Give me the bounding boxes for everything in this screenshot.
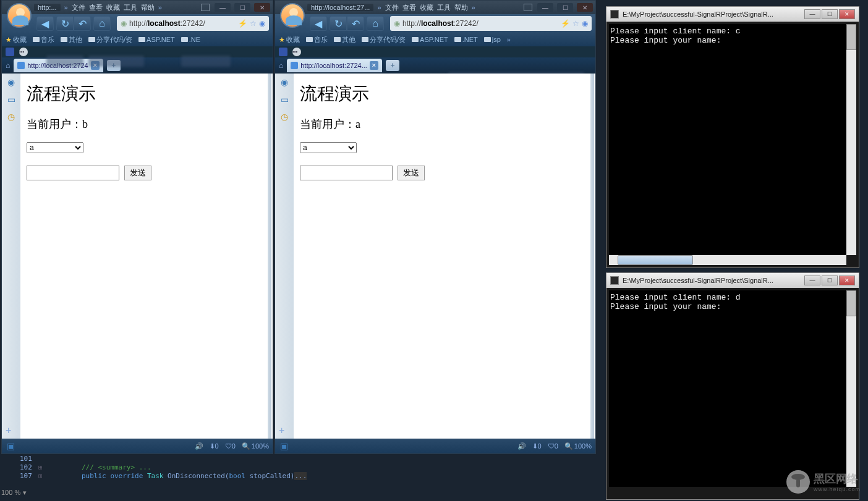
chevron-right-icon[interactable]: » (158, 4, 162, 11)
gear-icon[interactable]: ◉ (259, 19, 265, 28)
bookmark-jsp[interactable]: jsp (484, 36, 501, 43)
address-bar[interactable]: ◉ http://localhost:27242/ ⚡ ☆ ◉ (390, 16, 592, 31)
add-panel-icon[interactable]: + (279, 425, 284, 436)
new-tab-button[interactable]: + (386, 60, 399, 71)
send-button[interactable]: 发送 (124, 166, 151, 180)
undo-button[interactable]: ↶ (347, 16, 364, 31)
bookmark-net[interactable]: .NET (454, 36, 478, 43)
maximize-button[interactable]: ☐ (822, 276, 838, 285)
scrollbar[interactable] (590, 74, 594, 439)
user-select[interactable]: a (27, 142, 83, 153)
avatar-icon[interactable] (280, 3, 305, 28)
add-panel-icon[interactable]: + (6, 425, 11, 436)
zoom-label[interactable]: 🔍100% (564, 442, 592, 450)
zoom-label[interactable]: 🔍100% (242, 442, 269, 450)
close-button[interactable]: ✕ (577, 3, 593, 12)
minimize-button[interactable]: — (804, 9, 820, 19)
phone-icon[interactable]: ▭ (279, 95, 289, 104)
bookmark-net[interactable]: .NE (181, 36, 200, 43)
bookmark-music[interactable]: 音乐 (306, 35, 328, 44)
close-button[interactable]: ✕ (254, 3, 270, 12)
star-icon[interactable]: ☆ (250, 19, 257, 28)
user-select[interactable]: a (300, 142, 357, 153)
sound-icon[interactable]: 🔊 (195, 442, 203, 450)
menu-fav[interactable]: 收藏 (106, 3, 120, 12)
menu-tools[interactable]: 工具 (437, 3, 451, 12)
close-button[interactable]: ✕ (839, 276, 855, 285)
lightning-icon[interactable]: ⚡ (238, 19, 247, 28)
menu-tools[interactable]: 工具 (124, 3, 137, 12)
tab-close-icon[interactable]: ✕ (370, 61, 378, 70)
more-icon[interactable] (19, 48, 28, 56)
message-input[interactable] (300, 166, 393, 180)
refresh-button[interactable]: ↻ (330, 16, 347, 31)
chevron-right-icon[interactable]: » (377, 4, 381, 11)
home-button[interactable]: ⌂ (367, 16, 384, 31)
gear-icon[interactable]: ◉ (582, 19, 588, 28)
minimize-button[interactable]: — (215, 3, 231, 12)
zoom-indicator[interactable]: 100 %▾ (1, 487, 27, 498)
menu-file[interactable]: 文件 (385, 3, 399, 12)
fold-gutter[interactable]: ⊞⊞ (38, 455, 43, 481)
minimize-button[interactable]: — (537, 3, 553, 12)
app-icon[interactable]: ▣ (6, 441, 15, 451)
bookmark-aspnet[interactable]: ASP.NET (412, 36, 448, 43)
app-icon[interactable]: ▣ (279, 441, 289, 451)
avatar-icon[interactable] (7, 3, 32, 28)
menu-help[interactable]: 帮助 (454, 3, 468, 12)
home-icon[interactable]: ⌂ (6, 61, 10, 70)
download-badge[interactable]: ⬇0 (532, 442, 542, 450)
refresh-button[interactable]: ↻ (56, 16, 74, 31)
chevron-right-icon[interactable]: » (507, 36, 511, 43)
sound-icon[interactable]: 🔊 (517, 442, 526, 450)
star-icon[interactable]: ☆ (572, 19, 579, 28)
scrollbar[interactable] (268, 74, 271, 439)
shield-badge[interactable]: 🛡0 (548, 442, 558, 450)
lightning-icon[interactable]: ⚡ (561, 19, 570, 28)
shield-badge[interactable]: 🛡0 (225, 442, 236, 450)
close-button[interactable]: ✕ (839, 9, 855, 19)
vertical-scrollbar[interactable] (846, 290, 856, 487)
window-popup-icon[interactable] (524, 4, 532, 11)
horizontal-scrollbar[interactable] (609, 255, 846, 265)
minimize-button[interactable]: — (804, 276, 820, 285)
download-badge[interactable]: ⬇0 (210, 442, 219, 450)
bookmark-share[interactable]: 分享代码/资 (362, 35, 406, 44)
target-icon[interactable]: ◉ (279, 77, 289, 87)
home-icon[interactable]: ⌂ (279, 61, 283, 70)
menu-file[interactable]: 文件 (72, 3, 85, 12)
phone-icon[interactable]: ▭ (6, 95, 16, 104)
clock-icon[interactable]: ◷ (6, 112, 16, 122)
bookmark-fav[interactable]: ★收藏 (6, 35, 27, 44)
maximize-button[interactable]: ☐ (557, 3, 573, 12)
address-bar[interactable]: ◉ http://localhost:27242/ ⚡ ☆ ◉ (117, 16, 269, 31)
menu-fav[interactable]: 收藏 (420, 3, 433, 12)
send-button[interactable]: 发送 (398, 166, 425, 180)
target-icon[interactable]: ◉ (6, 77, 16, 87)
clock-icon[interactable]: ◷ (279, 112, 289, 122)
tab-active[interactable]: http://localhost:2724... ✕ (287, 59, 382, 72)
menu-view[interactable]: 查看 (89, 3, 103, 12)
more-icon[interactable] (292, 48, 301, 56)
chevron-right-icon[interactable]: » (64, 4, 68, 11)
bookmark-music[interactable]: 音乐 (33, 35, 54, 44)
bookmark-other[interactable]: 其他 (334, 35, 355, 44)
maximize-button[interactable]: ☐ (822, 9, 838, 19)
back-button[interactable]: ◀ (310, 16, 327, 31)
back-button[interactable]: ◀ (36, 16, 54, 31)
bookmark-fav[interactable]: ★收藏 (279, 35, 300, 44)
home-button[interactable]: ⌂ (93, 16, 111, 31)
undo-button[interactable]: ↶ (74, 16, 91, 31)
bookmark-aspnet[interactable]: ASP.NET (138, 36, 175, 43)
maximize-button[interactable]: ☐ (234, 3, 250, 12)
bookmark-share[interactable]: 分享代码/资 (88, 35, 132, 44)
menu-help[interactable]: 帮助 (141, 3, 155, 12)
chevron-right-icon[interactable]: » (472, 4, 475, 11)
bookmark-other[interactable]: 其他 (61, 35, 82, 44)
vs-icon[interactable] (6, 48, 14, 56)
menu-view[interactable]: 查看 (402, 3, 416, 12)
window-popup-icon[interactable] (201, 4, 210, 11)
vs-icon[interactable] (279, 48, 287, 56)
message-input[interactable] (27, 166, 119, 180)
vertical-scrollbar[interactable] (846, 24, 856, 255)
